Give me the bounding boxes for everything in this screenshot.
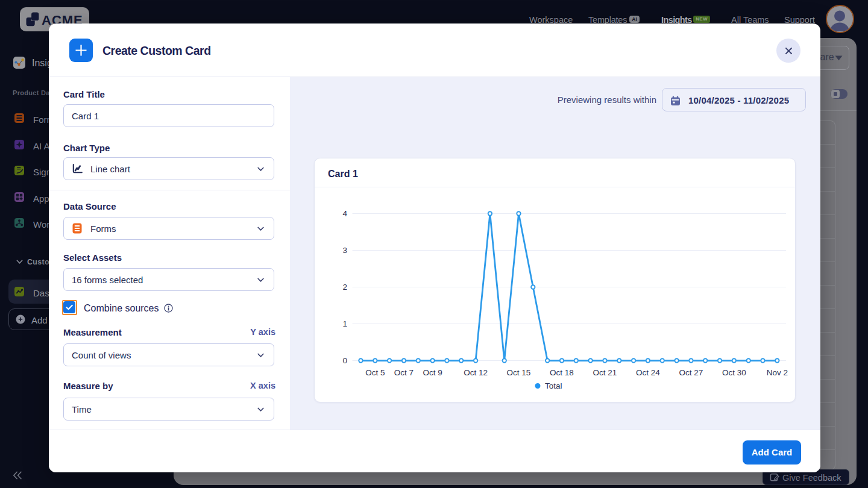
- svg-text:Nov 2: Nov 2: [767, 368, 788, 377]
- svg-text:Oct 15: Oct 15: [507, 368, 531, 377]
- svg-text:Oct 24: Oct 24: [636, 368, 660, 377]
- svg-text:Oct 12: Oct 12: [464, 368, 488, 377]
- svg-text:0: 0: [342, 356, 347, 365]
- svg-text:Oct 27: Oct 27: [679, 368, 703, 377]
- svg-text:1: 1: [342, 319, 347, 328]
- svg-text:Oct 7: Oct 7: [394, 368, 414, 377]
- svg-text:3: 3: [342, 246, 347, 255]
- svg-text:Total: Total: [545, 381, 562, 390]
- svg-text:Oct 21: Oct 21: [593, 368, 617, 377]
- svg-text:Oct 5: Oct 5: [365, 368, 385, 377]
- svg-text:4: 4: [342, 209, 347, 218]
- svg-text:2: 2: [342, 283, 347, 292]
- svg-text:Oct 9: Oct 9: [423, 368, 442, 377]
- svg-text:Oct 30: Oct 30: [722, 368, 746, 377]
- svg-text:Oct 18: Oct 18: [550, 368, 574, 377]
